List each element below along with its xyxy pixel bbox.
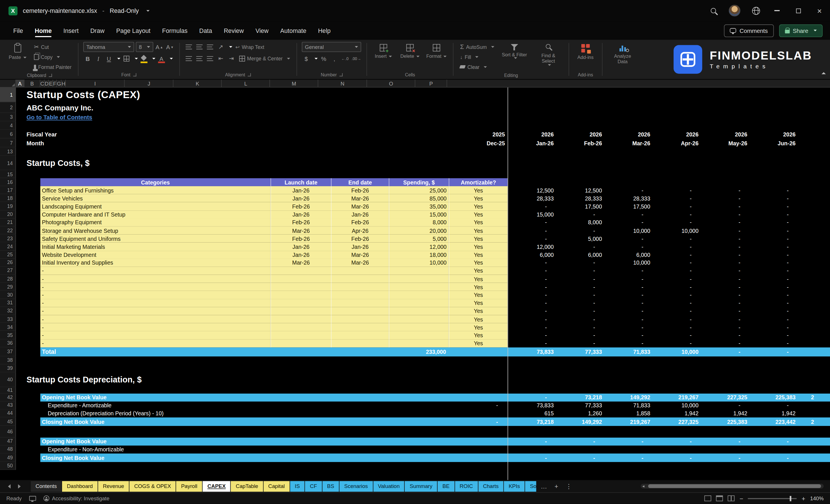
cell-42-O[interactable]: 225,383 bbox=[750, 393, 798, 402]
tab-kpis[interactable]: KPIs bbox=[504, 481, 525, 492]
tab-scenarios[interactable]: Scenarios bbox=[340, 481, 373, 492]
cell-34-I[interactable]: Yes bbox=[449, 323, 508, 331]
cell-31-K[interactable]: - bbox=[556, 299, 605, 307]
cell-24-K[interactable]: - bbox=[556, 243, 605, 251]
cell-27-I[interactable]: Yes bbox=[449, 267, 508, 275]
cell-29-J[interactable]: - bbox=[508, 283, 556, 291]
italic-button[interactable]: I bbox=[94, 54, 103, 63]
paste-button[interactable]: Paste bbox=[6, 42, 29, 60]
cell-28-O[interactable]: - bbox=[750, 275, 798, 283]
tab-is[interactable]: IS bbox=[290, 481, 305, 492]
account-button[interactable] bbox=[724, 0, 745, 21]
cell-49-N[interactable]: - bbox=[701, 453, 750, 462]
cell-31-O[interactable]: - bbox=[750, 299, 798, 307]
cell-22-G[interactable]: Apr-26 bbox=[331, 226, 389, 234]
row-header-16[interactable]: 16 bbox=[0, 178, 16, 186]
chevron-down-icon[interactable] bbox=[117, 58, 120, 60]
cell-37-K[interactable]: 77,333 bbox=[556, 347, 605, 356]
cell-31-F[interactable] bbox=[270, 299, 331, 307]
cell-28-H[interactable] bbox=[389, 275, 449, 283]
row-header-26[interactable]: 26 bbox=[0, 259, 16, 266]
cell-28-F[interactable] bbox=[270, 275, 331, 283]
cell-33-G[interactable] bbox=[331, 315, 389, 323]
cell-49-K[interactable]: - bbox=[556, 453, 605, 462]
cell-25-C[interactable]: Website Development bbox=[40, 251, 270, 259]
cell-29-K[interactable]: - bbox=[556, 283, 605, 291]
cell-18-L[interactable]: 28,333 bbox=[605, 194, 653, 202]
cell-17-J[interactable]: 12,500 bbox=[508, 186, 556, 194]
cell-24-N[interactable]: - bbox=[701, 243, 750, 251]
find-select-button[interactable]: Find & Select bbox=[533, 42, 564, 65]
cell-34-L[interactable]: - bbox=[605, 323, 653, 331]
accessibility-status[interactable]: Accessibility: Investigate bbox=[43, 496, 109, 501]
cell-47-O[interactable]: - bbox=[750, 437, 798, 445]
row-header-13[interactable]: 13 bbox=[0, 148, 16, 156]
cell-23-J[interactable]: - bbox=[508, 234, 556, 243]
cell-49-L[interactable]: - bbox=[605, 453, 653, 462]
page-layout-view-button[interactable] bbox=[716, 496, 723, 501]
cell-30-C[interactable]: - bbox=[40, 291, 270, 299]
cell-48-N[interactable] bbox=[701, 445, 750, 453]
cell-34-N[interactable]: - bbox=[701, 323, 750, 331]
cell-36-L[interactable]: - bbox=[605, 339, 653, 347]
cell-44-J[interactable]: 615 bbox=[508, 409, 556, 417]
row-header-32[interactable]: 32 bbox=[0, 307, 16, 315]
cell-22-O[interactable]: - bbox=[750, 226, 798, 234]
row-header-1[interactable]: 1 bbox=[0, 88, 16, 102]
cell-30-N[interactable]: - bbox=[701, 291, 750, 299]
cell-7-J[interactable]: Jan-26 bbox=[508, 138, 556, 148]
cell-29-L[interactable]: - bbox=[605, 283, 653, 291]
cell-23-G[interactable]: Feb-26 bbox=[331, 234, 389, 243]
cell-48-I[interactable] bbox=[449, 445, 508, 453]
autosum-button[interactable]: ΣAutoSum bbox=[458, 42, 496, 51]
cell-21-J[interactable]: - bbox=[508, 219, 556, 226]
cell-30-K[interactable]: - bbox=[556, 291, 605, 299]
cell-17-N[interactable]: - bbox=[701, 186, 750, 194]
wrap-text-button[interactable]: ↩Wrap Text bbox=[234, 42, 266, 51]
row-header-6[interactable]: 6 bbox=[0, 130, 16, 138]
cell-22-L[interactable]: 10,000 bbox=[605, 226, 653, 234]
filename-chevron-down-icon[interactable] bbox=[146, 10, 149, 11]
cell-23-F[interactable]: Feb-26 bbox=[270, 234, 331, 243]
cell-29-C[interactable]: - bbox=[40, 283, 270, 291]
scrollbar-thumb[interactable] bbox=[648, 484, 821, 488]
cell-7-K[interactable]: Feb-26 bbox=[556, 138, 605, 148]
cell-45-P[interactable]: 2 bbox=[798, 417, 830, 426]
cell-30-G[interactable] bbox=[331, 291, 389, 299]
cell-35-I[interactable]: Yes bbox=[449, 331, 508, 339]
menu-item-formulas[interactable]: Formulas bbox=[156, 21, 193, 40]
orientation-button[interactable]: ↗ bbox=[216, 42, 225, 51]
cell-24-C[interactable]: Initial Marketing Materials bbox=[40, 243, 270, 251]
cell-23-L[interactable]: - bbox=[605, 234, 653, 243]
cell-26-I[interactable]: Yes bbox=[449, 259, 508, 266]
sheet-options-icon[interactable]: ⋮ bbox=[562, 482, 576, 490]
cell-21-M[interactable]: - bbox=[653, 219, 701, 226]
cell-29-G[interactable] bbox=[331, 283, 389, 291]
cell-25-M[interactable]: - bbox=[653, 251, 701, 259]
cell-18-O[interactable]: - bbox=[750, 194, 798, 202]
cell-21-N[interactable]: - bbox=[701, 219, 750, 226]
cell-20-J[interactable]: 15,000 bbox=[508, 210, 556, 218]
copy-button[interactable]: Copy bbox=[32, 52, 73, 62]
cell-35-L[interactable]: - bbox=[605, 331, 653, 339]
cell-32-M[interactable]: - bbox=[653, 307, 701, 315]
cell-7-M[interactable]: Apr-26 bbox=[653, 138, 701, 148]
font-name-select[interactable]: Tahoma bbox=[83, 42, 134, 52]
cut-button[interactable]: ✂Cut bbox=[32, 42, 73, 51]
cell-42-J[interactable]: - bbox=[508, 393, 556, 402]
tab-payroll[interactable]: Payroll bbox=[177, 481, 202, 492]
cell-43-N[interactable]: - bbox=[701, 401, 750, 409]
row-header-43[interactable]: 43 bbox=[0, 401, 16, 409]
bottom-align-button[interactable] bbox=[205, 42, 215, 51]
cell-32-K[interactable]: - bbox=[556, 307, 605, 315]
clipboard-dialog-launcher-icon[interactable] bbox=[49, 74, 52, 77]
column-header-c[interactable]: C bbox=[40, 80, 44, 87]
row-header-24[interactable]: 24 bbox=[0, 243, 16, 251]
cell-44-L[interactable]: 1,858 bbox=[605, 409, 653, 417]
cell-22-F[interactable]: Mar-26 bbox=[270, 226, 331, 234]
minimize-button[interactable] bbox=[767, 0, 788, 21]
cell-35-G[interactable] bbox=[331, 331, 389, 339]
cell-35-O[interactable]: - bbox=[750, 331, 798, 339]
cell-47-I[interactable] bbox=[449, 437, 508, 445]
tab-be[interactable]: BE bbox=[438, 481, 454, 492]
